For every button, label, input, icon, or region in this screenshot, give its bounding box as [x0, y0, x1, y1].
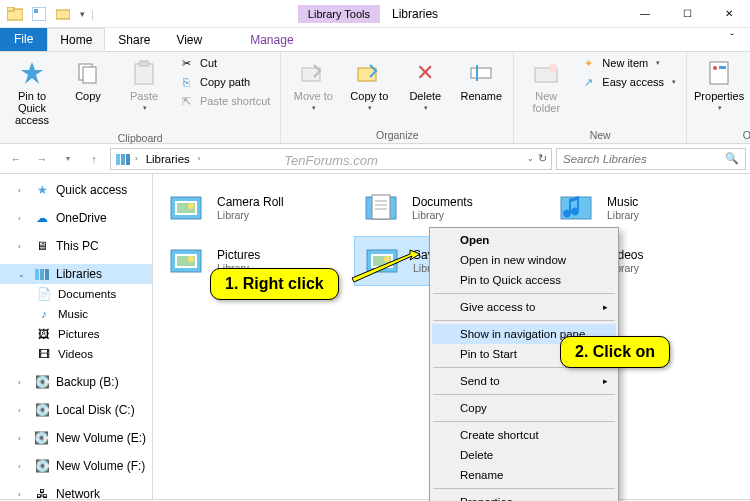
svg-point-38 [188, 256, 194, 262]
pin-to-quick-access-button[interactable]: Pin to Quick access [6, 54, 58, 130]
address-bar[interactable]: › Libraries › TenForums.com ⌄↻ [110, 148, 552, 170]
qat-new-folder-icon[interactable] [52, 3, 74, 25]
svg-rect-19 [116, 154, 120, 165]
sidebar-item-local-disk[interactable]: ›💽Local Disk (C:) [0, 400, 152, 420]
svg-marker-47 [352, 250, 420, 282]
ribbon-tabs: File Home Share View Manage ˇ [0, 28, 750, 52]
sidebar-item-network[interactable]: ›🖧Network [0, 484, 152, 499]
explorer-icon [4, 3, 26, 25]
properties-button[interactable]: Properties▾ [693, 54, 745, 127]
copy-to-button[interactable]: Copy to▾ [343, 54, 395, 127]
ctx-copy[interactable]: Copy [432, 398, 616, 418]
back-button[interactable]: ← [4, 147, 28, 171]
svg-marker-5 [21, 62, 43, 84]
ctx-open-new-window[interactable]: Open in new window [432, 250, 616, 270]
paste-button[interactable]: Paste▾ [118, 54, 170, 130]
tab-share[interactable]: Share [105, 28, 163, 51]
ctx-delete[interactable]: Delete [432, 445, 616, 465]
svg-rect-4 [56, 10, 70, 19]
ribbon-collapse-icon[interactable]: ˇ [722, 28, 742, 51]
sidebar-item-videos[interactable]: 🎞Videos [0, 344, 152, 364]
tab-file[interactable]: File [0, 28, 47, 51]
search-input[interactable] [563, 153, 725, 165]
library-item-documents[interactable]: DocumentsLibrary [354, 184, 549, 232]
tab-home[interactable]: Home [47, 28, 105, 51]
ribbon-group-new: New folder ✦New item▾ ↗Easy access▾ New [514, 52, 687, 143]
easy-access-button[interactable]: ↗Easy access▾ [576, 73, 680, 91]
context-tab-label: Library Tools [298, 5, 380, 23]
copy-button[interactable]: Copy [62, 54, 114, 130]
svg-rect-18 [719, 66, 726, 69]
ctx-open[interactable]: Open [432, 230, 616, 250]
ctx-create-shortcut[interactable]: Create shortcut [432, 425, 616, 445]
ctx-give-access[interactable]: Give access to▸ [432, 297, 616, 317]
rename-button[interactable]: Rename [455, 54, 507, 127]
close-button[interactable]: ✕ [708, 0, 750, 28]
tab-view[interactable]: View [163, 28, 215, 51]
sidebar-item-documents[interactable]: 📄Documents [0, 284, 152, 304]
sidebar-item-new-volume-f[interactable]: ›💽New Volume (F:) [0, 456, 152, 476]
svg-rect-12 [471, 68, 491, 78]
svg-rect-16 [710, 62, 728, 84]
svg-rect-21 [126, 154, 130, 165]
sidebar-item-quick-access[interactable]: ›★Quick access [0, 180, 152, 200]
callout-arrow-1 [350, 248, 420, 288]
ribbon-group-open: Properties▾ ▶Open▾ ✎Edit 🕑History Open [687, 52, 750, 143]
new-item-button[interactable]: ✦New item▾ [576, 54, 680, 72]
svg-rect-30 [372, 195, 390, 219]
sidebar-item-this-pc[interactable]: ›🖥This PC [0, 236, 152, 256]
sidebar-item-libraries[interactable]: ⌄Libraries [0, 264, 152, 284]
search-icon: 🔍 [725, 152, 739, 165]
new-folder-button[interactable]: New folder [520, 54, 572, 127]
libraries-icon [115, 152, 131, 166]
delete-button[interactable]: ✕ Delete▾ [399, 54, 451, 127]
move-to-button[interactable]: Move to▾ [287, 54, 339, 127]
watermark: TenForums.com [284, 153, 377, 168]
address-dropdown-icon[interactable]: ⌄ [527, 154, 534, 163]
up-button[interactable]: ↑ [82, 147, 106, 171]
svg-rect-24 [45, 269, 49, 280]
sidebar-item-music[interactable]: ♪Music [0, 304, 152, 324]
svg-point-17 [713, 66, 717, 70]
sidebar-item-onedrive[interactable]: ›☁OneDrive [0, 208, 152, 228]
ctx-properties[interactable]: Properties [432, 492, 616, 501]
svg-rect-8 [135, 64, 153, 84]
svg-rect-20 [121, 154, 125, 165]
history-dropdown[interactable]: ▾ [56, 147, 80, 171]
window-title: Libraries [392, 7, 438, 21]
maximize-button[interactable]: ☐ [666, 0, 708, 28]
search-box[interactable]: 🔍 [556, 148, 746, 170]
refresh-button[interactable]: ↻ [538, 152, 547, 165]
ribbon: Pin to Quick access Copy Paste▾ ✂Cut ⎘Co… [0, 52, 750, 144]
ctx-rename[interactable]: Rename [432, 465, 616, 485]
titlebar: ▾ | Library Tools Libraries — ☐ ✕ [0, 0, 750, 28]
sidebar-item-new-volume-e[interactable]: ›💽New Volume (E:) [0, 428, 152, 448]
svg-rect-7 [83, 67, 96, 83]
svg-point-28 [188, 203, 194, 209]
callout-click-on: 2. Click on [560, 336, 670, 368]
sidebar-item-backup[interactable]: ›💽Backup (B:) [0, 372, 152, 392]
navigation-pane[interactable]: ›★Quick access ›☁OneDrive ›🖥This PC ⌄Lib… [0, 174, 153, 499]
paste-shortcut-button[interactable]: ⇱Paste shortcut [174, 92, 274, 110]
library-item-camera-roll[interactable]: Camera RollLibrary [159, 184, 354, 232]
svg-point-15 [549, 64, 557, 72]
sidebar-item-pictures[interactable]: 🖼Pictures [0, 324, 152, 344]
tab-manage[interactable]: Manage [237, 28, 306, 51]
breadcrumb[interactable]: Libraries [142, 153, 194, 165]
forward-button[interactable]: → [30, 147, 54, 171]
ribbon-group-organize: Move to▾ Copy to▾ ✕ Delete▾ Rename Organ… [281, 52, 514, 143]
ctx-pin-quick-access[interactable]: Pin to Quick access [432, 270, 616, 290]
address-bar-row: ← → ▾ ↑ › Libraries › TenForums.com ⌄↻ 🔍 [0, 144, 750, 174]
qat-properties-icon[interactable] [28, 3, 50, 25]
svg-rect-1 [7, 7, 14, 11]
library-item-music[interactable]: MusicLibrary [549, 184, 744, 232]
minimize-button[interactable]: — [624, 0, 666, 28]
qat-dropdown-icon[interactable]: ▾ [76, 9, 89, 19]
cut-button[interactable]: ✂Cut [174, 54, 274, 72]
svg-rect-22 [35, 269, 39, 280]
copy-path-button[interactable]: ⎘Copy path [174, 73, 274, 91]
ctx-send-to[interactable]: Send to▸ [432, 371, 616, 391]
svg-rect-3 [34, 9, 38, 13]
svg-rect-9 [139, 61, 149, 66]
ribbon-group-clipboard: Pin to Quick access Copy Paste▾ ✂Cut ⎘Co… [0, 52, 281, 143]
